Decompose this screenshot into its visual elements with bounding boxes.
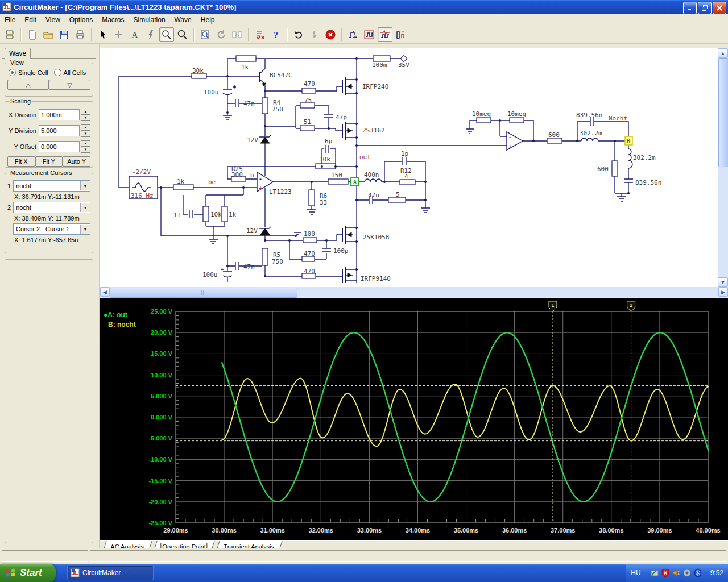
menu-item-help[interactable]: Help [196,15,220,25]
volume-icon[interactable] [672,568,681,577]
cell-down-button[interactable]: ▽ [49,80,90,90]
schematic-horizontal-scrollbar[interactable]: ◀ ▶ [100,287,728,297]
scroll-left-icon[interactable]: ◀ [100,287,110,297]
radio-all-cells[interactable]: All Cells [54,69,86,76]
bluetooth-icon[interactable] [693,568,702,577]
y-division-spinner[interactable]: ▲▼ [81,124,90,137]
cursor1-select[interactable]: nocht ▼ [13,180,90,192]
security-shield-icon[interactable] [661,568,670,577]
plot-legend: ●A: out B: nocht [104,311,136,329]
toolbar-separator [91,28,92,41]
y-division-input[interactable] [39,125,80,136]
cursor-diff-value: Cursor 2 - Cursor 1 [14,226,80,232]
save-icon [59,29,70,40]
menu-item-edit[interactable]: Edit [20,15,41,25]
menu-item-options[interactable]: Options [65,15,97,25]
start-button[interactable]: Start [0,564,56,582]
rotate-button[interactable] [214,27,229,42]
schematic-canvas[interactable]: -+ -+ A B 30k1kBC547C100u47nR4750100m35V… [100,48,718,287]
cursor-diff-select[interactable]: Cursor 2 - Cursor 1 ▼ [13,223,90,235]
zoom-button[interactable] [175,27,190,42]
tab-wave[interactable]: Wave [5,48,31,59]
save-button[interactable] [57,27,72,42]
menu-item-wave[interactable]: Wave [170,15,196,25]
new-file-button[interactable] [25,27,40,42]
cursor2-select[interactable]: nocht ▼ [13,202,90,213]
task-label: CircuitMaker [82,569,121,577]
probe-b[interactable]: B [625,136,632,145]
svg-text:-5.000 V: -5.000 V [148,435,172,442]
svg-text:35V: 35V [398,61,410,69]
split-view-button[interactable] [230,27,245,42]
pulse-analysis-button[interactable] [394,27,408,42]
run-analog-button[interactable] [362,27,377,42]
stop-simulation-button[interactable] [323,27,338,42]
language-indicator[interactable]: HU [631,569,640,577]
svg-text:12V: 12V [246,227,258,235]
svg-text:5: 5 [396,191,400,198]
menu-item-macros[interactable]: Macros [97,15,129,25]
open-file-button[interactable] [41,27,56,42]
pulse-icon [395,29,407,40]
radio-label: All Cells [64,69,86,76]
print-button[interactable] [73,27,88,42]
run-transient-button[interactable] [378,27,392,42]
task-circuitmaker[interactable]: CircuitMaker [67,566,154,580]
radio-single-cell[interactable]: Single Cell [9,69,48,76]
netlist-check-button[interactable] [253,27,267,42]
svg-text:20.00 V: 20.00 V [151,329,173,336]
restore-button[interactable] [698,2,712,14]
chevron-down-icon[interactable]: ▼ [80,225,90,234]
fit-y-button[interactable]: Fit Y [35,156,63,167]
svg-text:1k: 1k [241,64,249,71]
close-button[interactable] [713,2,726,14]
cursor-tool-button[interactable] [96,27,110,42]
probe-a[interactable]: A [351,178,359,186]
y-offset-spinner[interactable]: ▲▼ [81,140,90,153]
wrench-tool-button[interactable] [307,27,322,42]
cell-up-button[interactable]: △ [7,80,49,90]
cursor2-index: 2 [7,204,11,211]
text-tool-button[interactable]: A [127,27,142,42]
svg-text:1: 1 [551,302,554,308]
menu-item-view[interactable]: View [41,15,65,25]
reset-button[interactable] [291,27,306,42]
menu-bar: FileEditViewOptionsMacrosSimulationWaveH… [0,14,728,26]
fit-x-button[interactable]: Fit X [7,156,35,167]
vertical-scroll-thumb[interactable] [718,58,728,167]
clock[interactable]: 9:52 [710,569,723,577]
scroll-down-icon[interactable]: ▼ [718,277,728,287]
scroll-up-icon[interactable]: ▲ [718,48,728,58]
horizontal-scroll-thumb[interactable] [110,288,297,298]
chevron-down-icon[interactable]: ▼ [80,203,90,212]
svg-text:1p: 1p [401,150,408,157]
x-division-input[interactable] [39,109,80,120]
menu-item-simulation[interactable]: Simulation [129,15,170,25]
auto-y-button[interactable]: Auto Y [63,156,90,167]
y-offset-input[interactable] [39,141,80,152]
scroll-right-icon[interactable]: ▶ [718,287,728,297]
svg-text:IRFP9140: IRFP9140 [361,275,391,282]
part-bin-button[interactable] [2,27,17,42]
wrench-icon [309,29,320,40]
pen-tablet-icon[interactable] [650,568,659,577]
digital-step-button[interactable] [346,27,361,42]
chevron-down-icon[interactable]: ▼ [80,181,90,190]
zoom-select-button[interactable] [159,27,174,42]
svg-text:39.00ms: 39.00ms [647,527,672,534]
page-preview-button[interactable] [198,27,213,42]
menu-item-file[interactable]: File [0,15,20,25]
help-button[interactable]: ? [268,27,283,42]
svg-text:1k: 1k [177,178,185,185]
scaling-group-legend: Scaling [9,98,32,105]
schematic-vertical-scrollbar[interactable]: ▲ ▼ [718,48,728,287]
schematic-drawing: -+ -+ A B 30k1kBC547C100u47nR4750100m35V… [100,48,718,287]
plus-tool-button[interactable] [111,27,126,42]
waveform-panel[interactable]: 1225.00 V20.00 V15.00 V10.00 V5.000 V0.0… [100,298,728,540]
title-bar: CircuitMaker - [C:\Program Files\...\LT1… [0,0,728,14]
minimize-button[interactable] [683,2,697,14]
audio-device-icon[interactable] [682,568,692,577]
x-division-spinner[interactable]: ▲▼ [81,109,90,121]
cursor-diff-readout: X: 1.6177m Y:-657.65u [14,236,93,243]
wire-tool-button[interactable] [143,27,158,42]
